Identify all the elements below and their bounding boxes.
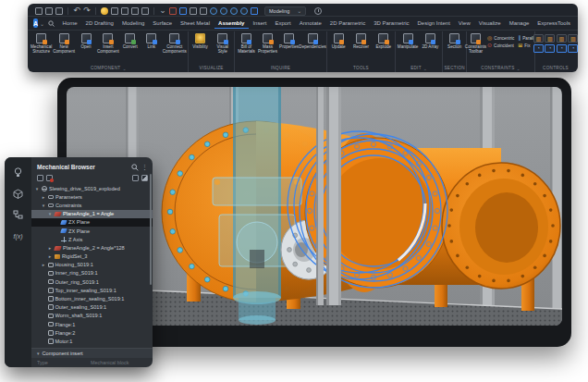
settings-icon[interactable] [111, 7, 118, 15]
tab-design-intent[interactable]: Design Intent [413, 18, 454, 29]
tab-insert[interactable]: Insert [249, 18, 271, 29]
tab-expresstools[interactable]: ExpressTools [533, 18, 575, 29]
clock-icon[interactable] [314, 7, 322, 15]
properties-button[interactable]: Properties [279, 32, 300, 49]
controls-icon-7[interactable]: ◔ [557, 44, 567, 53]
manipulate-button[interactable]: Manipulate [397, 32, 418, 49]
tree-scrollbar[interactable] [150, 174, 152, 285]
mass-properties-button[interactable]: Mass Properties [257, 32, 277, 55]
drawing-explorer-icon[interactable] [200, 7, 207, 15]
tab-assembly[interactable]: Assembly [214, 18, 249, 29]
controls-icon-3[interactable]: ▥ [557, 34, 567, 43]
convert-button[interactable]: Convert [120, 32, 141, 49]
chevron-collapsed-icon[interactable]: ▸ [47, 245, 53, 251]
sync-view-1-icon[interactable] [210, 7, 217, 15]
tree-item-bottom-inner-sealing-s019-1[interactable]: Bottom_inner_sealing_S019:1 [31, 294, 153, 302]
sync-view-4-icon[interactable] [240, 7, 248, 15]
search-icon[interactable] [48, 20, 55, 27]
tree-item-flange-1[interactable]: Flange:1 [31, 320, 153, 328]
tab-modeling[interactable]: Modeling [117, 18, 148, 29]
tree-item-outer-ring-s019-1[interactable]: Outer_ring_S019:1 [31, 277, 153, 286]
structure-tree-icon[interactable] [13, 209, 24, 220]
controls-icon-6[interactable]: ◔ [545, 44, 555, 53]
tab-ai-assist[interactable]: AI Assist [575, 18, 578, 29]
tree-item-constraints[interactable]: ▾Constraints [31, 201, 153, 209]
save-icon[interactable] [35, 7, 43, 15]
tab-2d-drafting[interactable]: 2D Drafting [81, 18, 117, 29]
tab-home[interactable]: Home [58, 18, 81, 29]
ucs-axes-icon[interactable] [179, 7, 187, 15]
update-button[interactable]: Update [328, 32, 349, 49]
insert-component-button[interactable]: Insert Component [97, 32, 119, 55]
tree-item-slewing-drive-s019-exploded[interactable]: ▾Slewing_drive_S019_exploded [31, 184, 153, 192]
sync-view-3-icon[interactable] [230, 7, 238, 15]
explode-button[interactable]: Explode [373, 32, 394, 49]
tree-item-parameters[interactable]: ▸Parameters [31, 192, 153, 201]
annotation-monitor-icon[interactable] [190, 7, 197, 15]
tab-manage[interactable]: Manage [505, 18, 533, 29]
controls-icon-2[interactable]: ▥ [545, 34, 555, 43]
connect-components-button[interactable]: Connect Components [163, 32, 187, 55]
flyout-chevron-icon[interactable]: ⌄ [159, 7, 166, 15]
new-component-button[interactable]: New Component [53, 32, 75, 55]
tree-item-flange-2[interactable]: Flange:2 [31, 328, 153, 337]
tree-item-zx-plane[interactable]: ZX Plane [31, 218, 153, 227]
panel-menu-icon[interactable]: ⋮ [141, 164, 148, 170]
app-logo-icon[interactable]: A [33, 18, 38, 28]
open-button[interactable]: Open [76, 32, 96, 49]
cube-icon[interactable] [13, 188, 24, 199]
tree-item-rigidset-3[interactable]: ▸RigidSet_3 [31, 253, 153, 261]
tab-view[interactable]: View [454, 18, 474, 29]
coincident-constraint-button[interactable]: ⊙Coincident [487, 42, 514, 49]
visual-style-button[interactable]: Visual Style [212, 32, 233, 55]
tab-sheet-metal[interactable]: Sheet Metal [177, 18, 214, 29]
2d-array-button[interactable]: 2D Array [420, 32, 441, 49]
tree-item-planeangle-2-angle-128[interactable]: ▸PlaneAngle_2 = Angle*128 [31, 243, 153, 252]
cursor-select-icon[interactable] [169, 7, 177, 15]
group-menu-chevron-icon[interactable]: ⌄ [517, 66, 521, 71]
tab-visualize[interactable]: Visualize [474, 18, 505, 29]
tree-item-zx-plane[interactable]: ZX Plane [31, 227, 153, 235]
link-button[interactable]: Link [141, 32, 162, 49]
lamp-icon[interactable] [101, 7, 108, 15]
plot-icon[interactable] [131, 7, 139, 15]
tree-item-motor-1[interactable]: Motor:1 [31, 337, 153, 345]
controls-icon-4[interactable]: ▥ [568, 34, 578, 43]
chevron-collapsed-icon[interactable]: ▸ [47, 253, 53, 259]
bill-of-materials-button[interactable]: Bill of Materials [236, 32, 256, 55]
expand-collapse-icon[interactable] [132, 175, 139, 181]
layers-icon[interactable] [121, 7, 129, 15]
chevron-expanded-icon[interactable]: ▾ [34, 186, 40, 191]
browser-mode-icon[interactable] [37, 175, 43, 181]
tree-item-inner-ring-s019-1[interactable]: Inner_ring_S019:1 [31, 269, 153, 277]
tab-surface[interactable]: Surface [149, 18, 177, 29]
group-menu-chevron-icon[interactable]: ⌄ [423, 66, 428, 71]
tree-item-outer-sealing-s019-1[interactable]: Outer_sealing_S019:1 [31, 303, 153, 312]
controls-icon-5[interactable]: ◔ [533, 44, 544, 53]
section-button[interactable]: Section [444, 32, 465, 49]
visibility-button[interactable]: Visibility [190, 32, 211, 49]
chevron-collapsed-icon[interactable]: ▸ [41, 194, 46, 200]
component-insert-section[interactable]: ▾ Component insert [31, 348, 153, 358]
dependencies-button[interactable]: Dependencies [300, 32, 325, 49]
display-config-icon[interactable] [141, 7, 149, 15]
chevron-expanded-icon[interactable]: ▾ [41, 203, 46, 208]
group-menu-chevron-icon[interactable]: ⌄ [122, 66, 127, 71]
tree-item-top-inner-sealing-s019-1[interactable]: Top_inner_sealing_S019:1 [31, 286, 153, 294]
app-menu-chevron-icon[interactable]: ⌄ [40, 20, 44, 27]
constraints-toolbar-button[interactable]: Constraints Toolbar [465, 32, 486, 55]
controls-icon-8[interactable]: ◔ [568, 44, 578, 53]
workspace-dropdown[interactable]: Modeling⌄ [264, 6, 306, 16]
tree-item-worm-shaft-s019-1[interactable]: Worm_shaft_S019:1 [31, 312, 153, 320]
new-sheet-icon[interactable] [45, 7, 53, 15]
bulb-icon[interactable] [13, 166, 24, 178]
recover-button[interactable]: Recover [350, 32, 372, 49]
panel-dock-icon[interactable] [141, 175, 148, 181]
controls-icon-1[interactable]: ▥ [533, 34, 544, 43]
tab-2d-parametric[interactable]: 2D Parametric [325, 18, 369, 29]
chevron-expanded-icon[interactable]: ▾ [47, 211, 53, 216]
concentric-constraint-button[interactable]: ◎Concentric [487, 34, 514, 42]
tab-3d-parametric[interactable]: 3D Parametric [370, 18, 413, 29]
tree-item-housing-s019-1[interactable]: ▸Housing_S019:1 [31, 261, 153, 269]
undo-icon[interactable]: ↶ [73, 7, 80, 15]
